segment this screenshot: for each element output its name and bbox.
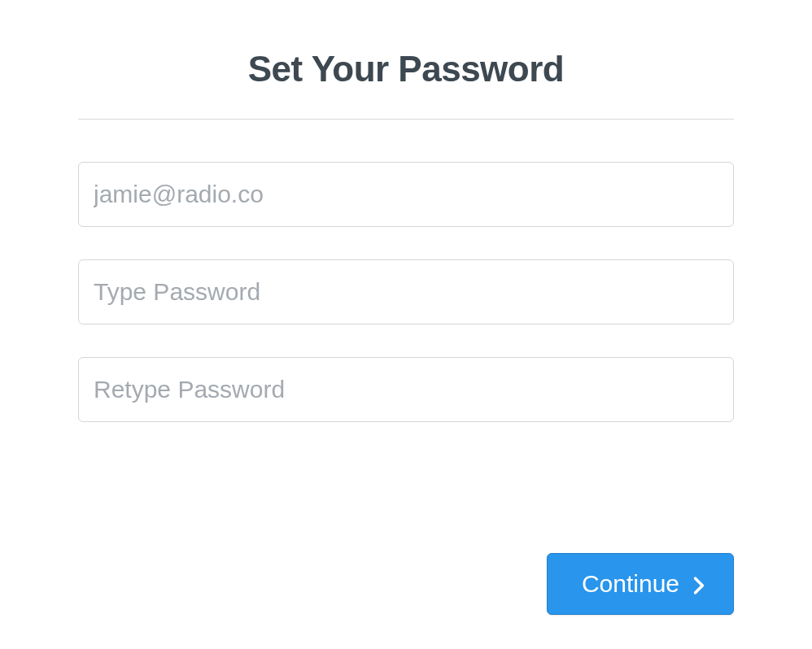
- action-row: Continue: [547, 553, 734, 615]
- password-form: [78, 162, 734, 422]
- divider: [78, 119, 734, 120]
- page-title: Set Your Password: [78, 49, 734, 89]
- email-field: [78, 162, 734, 227]
- chevron-right-icon: [691, 573, 707, 595]
- password-confirm-field[interactable]: [78, 357, 734, 422]
- set-password-panel: Set Your Password: [0, 0, 812, 422]
- continue-button[interactable]: Continue: [547, 553, 734, 615]
- password-field[interactable]: [78, 259, 734, 324]
- continue-button-label: Continue: [582, 570, 679, 598]
